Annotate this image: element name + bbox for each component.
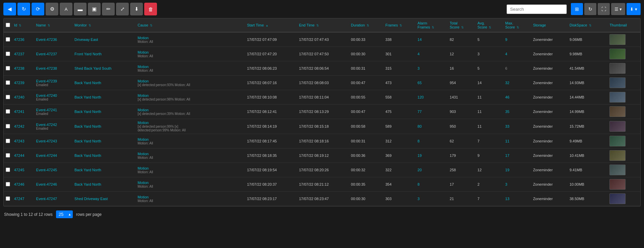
monitor-name[interactable]: Back Yard North xyxy=(74,153,101,158)
row-checkbox[interactable] xyxy=(6,196,10,201)
event-name[interactable]: Event-47243 xyxy=(36,139,70,143)
col-start-time[interactable]: Start Time ▲ xyxy=(245,18,297,32)
thumbnail-image[interactable] xyxy=(609,179,626,190)
cause-main[interactable]: Motion xyxy=(138,36,243,40)
row-checkbox[interactable] xyxy=(6,153,10,158)
monitor-name[interactable]: Front Yard North xyxy=(74,52,102,56)
cause-main[interactable]: Motion xyxy=(138,121,243,125)
monitor-name[interactable]: Shed Back Yard South xyxy=(74,66,111,70)
col-alarm-frames[interactable]: AlarmFrames ⇅ xyxy=(416,18,448,32)
cause-main[interactable]: Motion xyxy=(138,50,243,54)
per-page-select[interactable]: 25 50 100 xyxy=(56,210,73,218)
cause-main[interactable]: Motion xyxy=(138,79,243,83)
id-link[interactable]: 47245 xyxy=(14,168,24,172)
monitor-name[interactable]: Back Yard North xyxy=(74,110,101,114)
grid-view-button[interactable]: ⊞ xyxy=(571,3,583,15)
select-all-checkbox[interactable] xyxy=(6,23,10,27)
col-end-time[interactable]: End Time ⇅ xyxy=(297,18,349,32)
cause-main[interactable]: Motion xyxy=(138,108,243,112)
monitor-name[interactable]: Back Yard North xyxy=(74,182,101,186)
row-thumbnail[interactable] xyxy=(607,32,640,47)
id-link[interactable]: 47238 xyxy=(14,66,24,70)
row-checkbox[interactable] xyxy=(6,168,10,172)
id-link[interactable]: 47237 xyxy=(14,52,24,56)
download-dropdown-button[interactable]: ⬇ ▾ xyxy=(627,3,641,15)
grid-button[interactable]: ▣ xyxy=(88,3,101,15)
cause-main[interactable]: Motion xyxy=(138,94,243,98)
thumbnail-image[interactable] xyxy=(609,63,626,74)
row-checkbox[interactable] xyxy=(6,139,10,143)
event-name[interactable]: Event-47238 xyxy=(36,66,70,70)
row-checkbox-cell[interactable] xyxy=(4,134,12,148)
thumbnail-image[interactable] xyxy=(609,77,626,88)
event-name[interactable]: Event-47236 xyxy=(36,38,70,42)
event-name[interactable]: Event-47242 xyxy=(36,123,70,127)
row-checkbox-cell[interactable] xyxy=(4,47,12,61)
download-button[interactable]: ⬇ xyxy=(130,3,143,15)
monitor-name[interactable]: Back Yard North xyxy=(74,168,101,172)
row-checkbox[interactable] xyxy=(6,80,10,85)
id-link[interactable]: 47236 xyxy=(14,38,24,42)
id-link[interactable]: 47241 xyxy=(14,110,24,114)
row-thumbnail[interactable] xyxy=(607,90,640,105)
thumbnail-image[interactable] xyxy=(609,92,626,103)
row-thumbnail[interactable] xyxy=(607,61,640,76)
filter-button[interactable]: ⚙ xyxy=(46,3,58,15)
thumbnail-image[interactable] xyxy=(609,106,626,117)
list-dropdown-button[interactable]: ☰ ▾ xyxy=(611,3,626,15)
row-checkbox-cell[interactable] xyxy=(4,148,12,163)
row-checkbox[interactable] xyxy=(6,124,10,128)
col-total-score[interactable]: TotalScore ⇅ xyxy=(448,18,476,32)
row-thumbnail[interactable] xyxy=(607,177,640,192)
id-link[interactable]: 47244 xyxy=(14,153,24,158)
thumbnail-image[interactable] xyxy=(609,34,626,45)
cause-main[interactable]: Motion xyxy=(138,152,243,156)
col-id[interactable]: Id ⇅ xyxy=(12,18,34,32)
thumbnail-image[interactable] xyxy=(609,165,626,175)
event-name[interactable]: Event-47237 xyxy=(36,52,70,56)
event-name[interactable]: Event-47240 xyxy=(36,94,70,98)
thumbnail-image[interactable] xyxy=(609,121,626,132)
row-checkbox-cell[interactable] xyxy=(4,90,12,105)
back-button[interactable]: ◀ xyxy=(3,3,16,15)
id-link[interactable]: 47239 xyxy=(14,81,24,85)
event-name[interactable]: Event-47241 xyxy=(36,108,70,112)
expand-button[interactable]: ⛶ xyxy=(598,3,610,15)
row-thumbnail[interactable] xyxy=(607,148,640,163)
cause-main[interactable]: Motion xyxy=(138,195,243,199)
col-name[interactable]: Name ⇅ xyxy=(34,18,72,32)
monitor-name[interactable]: Shed Driveway East xyxy=(74,197,108,201)
row-thumbnail[interactable] xyxy=(607,119,640,134)
thumbnail-image[interactable] xyxy=(609,136,626,146)
row-checkbox[interactable] xyxy=(6,52,10,56)
col-frames[interactable]: Frames ⇅ xyxy=(383,18,416,32)
col-avg-score[interactable]: Avg.Score ⇅ xyxy=(476,18,503,32)
row-checkbox[interactable] xyxy=(6,66,10,70)
id-link[interactable]: 47246 xyxy=(14,182,24,186)
history-button[interactable]: ⟳ xyxy=(32,3,44,15)
row-thumbnail[interactable] xyxy=(607,47,640,61)
event-name[interactable]: Event-47247 xyxy=(36,197,70,201)
row-checkbox[interactable] xyxy=(6,182,10,186)
col-cause[interactable]: Cause ⇅ xyxy=(136,18,245,32)
export-button[interactable]: ⤢ xyxy=(116,3,129,15)
select-all-header[interactable] xyxy=(4,18,12,32)
id-link[interactable]: 47240 xyxy=(14,95,24,99)
monitor-name[interactable]: Back Yard North xyxy=(74,81,101,85)
row-checkbox-cell[interactable] xyxy=(4,119,12,134)
thumbnail-image[interactable] xyxy=(609,193,626,204)
col-duration[interactable]: Duration ⇅ xyxy=(349,18,383,32)
col-diskspace[interactable]: DiskSpace ⇅ xyxy=(568,18,607,32)
thumbnail-image[interactable] xyxy=(609,150,626,161)
thumbnail-image[interactable] xyxy=(609,49,626,59)
id-link[interactable]: 47243 xyxy=(14,139,24,143)
cause-main[interactable]: Motion xyxy=(138,166,243,170)
monitor-name[interactable]: Back Yard North xyxy=(74,139,101,143)
event-name[interactable]: Event-47244 xyxy=(36,153,70,158)
col-monitor[interactable]: Monitor ⇅ xyxy=(72,18,136,32)
row-checkbox[interactable] xyxy=(6,37,10,42)
id-link[interactable]: 47247 xyxy=(14,197,24,201)
row-checkbox-cell[interactable] xyxy=(4,105,12,119)
cause-main[interactable]: Motion xyxy=(138,181,243,185)
row-thumbnail[interactable] xyxy=(607,134,640,148)
